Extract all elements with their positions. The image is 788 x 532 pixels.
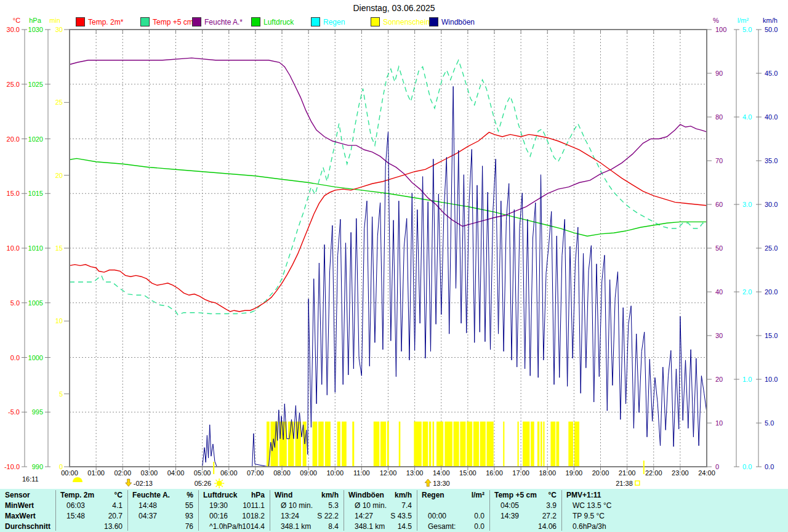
axis-label-celsius: 15.0 [7, 190, 20, 197]
table-value: 20.7 [60, 511, 123, 522]
sunshine-bar [523, 422, 529, 467]
axis-label-celsius: -5.0 [8, 408, 20, 416]
x-axis-label: 08:00 [273, 469, 291, 477]
table-value: 7.4 [348, 501, 412, 511]
axis-label-percent: 70 [715, 157, 723, 164]
table-value: S 43.5 [348, 511, 412, 522]
table-separator [127, 490, 128, 531]
axis-label-min: 5 [59, 390, 63, 398]
moonset-arrow-icon [126, 479, 132, 486]
axis-label-kmh: 30.0 [765, 201, 778, 208]
weather-chart-page: Dienstag, 03.06.2025 Temp. 2m*Temp +5 cm… [0, 0, 788, 532]
sunshine-bar [503, 422, 504, 467]
sunshine-bar [342, 422, 347, 467]
sunshine-bar [352, 422, 354, 467]
sunshine-bar [486, 422, 493, 467]
axis-label-hpa: 995 [32, 408, 43, 416]
sunshine-bar [313, 422, 318, 467]
axis-label-lm2: 1.0 [742, 376, 752, 383]
axis-label-hpa: 1000 [28, 354, 43, 361]
sunshine-bar [318, 422, 324, 467]
axis-label-min: 30 [55, 26, 63, 33]
x-axis-label: 13:00 [406, 469, 424, 477]
axis-label-percent: 100 [715, 26, 726, 33]
axis-label-lm2: 3.0 [742, 201, 752, 208]
axis-label-kmh: 0.0 [765, 463, 774, 470]
stats-table: SensorMinWertMaxWertDurchschnittTemp. 2m… [0, 489, 788, 532]
sunrise-sun-icon [217, 481, 222, 486]
axis-label-lm2: 2.0 [742, 288, 752, 296]
table-value: 0.0 [422, 511, 484, 522]
sunshine-bar [387, 422, 389, 467]
x-axis-label: 23:00 [672, 469, 689, 477]
table-col-header: PMV+1:11 [566, 490, 601, 501]
axis-label-celsius: 30.0 [7, 26, 20, 33]
axis-label-kmh: 15.0 [765, 332, 778, 339]
axis-unit-celsius: °C [13, 17, 20, 24]
sunshine-bar [531, 422, 534, 467]
x-axis-label: 10:00 [326, 469, 344, 477]
table-value: 1011.1 [203, 501, 265, 511]
x-axis-label: 18:00 [539, 469, 556, 477]
axis-label-percent: 90 [715, 70, 723, 77]
weather-chart: °C30.025.020.015.010.05.00.0-5.0-10.0hPa… [0, 0, 788, 489]
sunshine-bar [288, 422, 294, 467]
table-separator [270, 490, 270, 531]
sunshine-bar [423, 422, 428, 467]
x-axis-label: 24:00 [698, 469, 715, 477]
sunshine-bar [460, 422, 465, 467]
axis-label-percent: 30 [715, 332, 723, 339]
sun-ray [216, 486, 217, 487]
axis-label-percent: 40 [715, 288, 723, 296]
axis-label-percent: 60 [715, 201, 723, 208]
table-row-header: Durchschnitt [5, 522, 53, 532]
x-axis-label: 19:00 [566, 469, 583, 477]
table-col-unit: hPa [203, 490, 265, 501]
sunshine-bar [454, 422, 459, 467]
table-value: 1018.2 [203, 511, 265, 522]
axis-label-celsius: 25.0 [7, 81, 20, 88]
moonrise-arrow-icon [425, 479, 431, 486]
x-axis-label: 05:00 [194, 469, 211, 477]
table-value: 8.4 [275, 522, 339, 532]
sunrise-time: 05:26 [195, 480, 212, 487]
axis-label-lm2: 5.0 [742, 26, 752, 33]
table-value: 3.9 [494, 501, 557, 511]
sunshine-bar [574, 422, 579, 467]
axis-label-kmh: 40.0 [765, 113, 778, 121]
sunshine-bar [568, 422, 573, 467]
axis-label-hpa: 1030 [28, 26, 43, 33]
table-value: 55 [132, 501, 193, 511]
axis-unit-kmh: km/h [763, 17, 778, 24]
table-value: 14.5 [348, 522, 412, 532]
table-col-unit: l/m² [422, 490, 484, 501]
sunshine-bar [436, 422, 443, 467]
sunshine-bar [537, 422, 539, 467]
table-value-label: TP 9.5 °C [573, 511, 605, 522]
x-axis-label: 11:00 [353, 469, 370, 477]
axis-label-kmh: 25.0 [765, 244, 778, 252]
axis-label-min: 15 [55, 244, 63, 252]
axis-unit-lm2: l/m² [738, 17, 749, 24]
axis-label-hpa: 1025 [28, 81, 43, 88]
table-separator [55, 490, 56, 531]
axis-label-celsius: -10.0 [4, 463, 20, 470]
sunshine-bar [550, 422, 555, 467]
axis-label-min: 10 [55, 317, 63, 324]
x-axis-label: 03:00 [141, 469, 158, 477]
table-value: 13.60 [60, 522, 123, 532]
sunshine-bar [374, 422, 379, 467]
table-row-header: Sensor [5, 490, 53, 501]
axis-label-hpa: 1005 [28, 299, 43, 307]
table-value-label: 0.6hPa/3h [573, 522, 606, 532]
table-value: 27.2 [494, 511, 557, 522]
table-row-header: MinWert [5, 501, 53, 511]
table-value: 1014.4 [203, 522, 265, 532]
sunshine-bar [444, 422, 452, 467]
axis-label-hpa: 1020 [28, 135, 43, 143]
axis-label-celsius: 20.0 [7, 135, 20, 143]
table-col-unit: km/h [348, 490, 412, 501]
axis-label-kmh: 20.0 [765, 288, 778, 296]
table-separator [489, 490, 490, 531]
x-axis-label: 22:00 [645, 469, 662, 477]
